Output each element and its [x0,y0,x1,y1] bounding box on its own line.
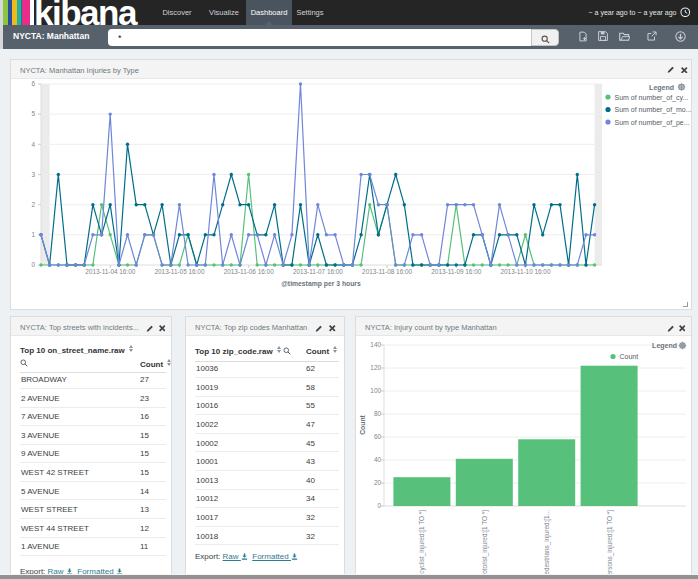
svg-text:Count: Count [620,353,639,360]
svg-text:2013-11-08 16:00: 2013-11-08 16:00 [362,268,412,275]
svg-text:number_of_motorist_injured:[1: number_of_motorist_injured:[1 TO *] [481,510,489,578]
svg-text:120: 120 [370,364,381,371]
svg-text:3: 3 [31,171,35,178]
svg-text:2013-11-04 16:00: 2013-11-04 16:00 [85,268,135,275]
svg-text:2013-11-10 16:00: 2013-11-10 16:00 [501,268,551,275]
svg-text:2: 2 [31,201,35,208]
svg-text:1: 1 [31,231,35,238]
svg-text:Legend: Legend [649,84,674,92]
svg-text:80: 80 [374,410,382,417]
svg-text:Count: Count [359,414,366,434]
svg-text:5: 5 [31,110,35,117]
svg-text:60: 60 [374,433,382,440]
svg-text:2013-11-09 16:00: 2013-11-09 16:00 [431,268,481,275]
svg-text:100: 100 [370,387,381,394]
svg-text:20: 20 [374,479,382,486]
svg-text:2013-11-05 16:00: 2013-11-05 16:00 [155,268,205,275]
svg-text:number_of_persons_injured:[1 T: number_of_persons_injured:[1 TO *] [606,510,614,578]
svg-text:0: 0 [377,502,381,509]
svg-text:Sum of number_of_pe...: Sum of number_of_pe... [615,119,690,127]
svg-text:40: 40 [374,456,382,463]
svg-text:4: 4 [31,141,35,148]
svg-text:0: 0 [31,261,35,268]
svg-text:2013-11-06 16:00: 2013-11-06 16:00 [224,268,274,275]
svg-text:Legend: Legend [652,342,677,350]
svg-text:number_of_cyclist_injured:[1 T: number_of_cyclist_injured:[1 TO *] [418,510,426,578]
svg-text:@timestamp per 3 hours: @timestamp per 3 hours [281,280,361,288]
svg-text:2013-11-07 16:00: 2013-11-07 16:00 [293,268,343,275]
svg-text:Sum of number_of_mo...: Sum of number_of_mo... [615,106,692,114]
svg-text:number_of_pedestrians_injured:: number_of_pedestrians_injured:[1... [543,510,551,578]
svg-text:6: 6 [31,80,35,87]
svg-text:Sum of number_of_cy...: Sum of number_of_cy... [615,94,689,102]
svg-text:140: 140 [370,341,381,348]
